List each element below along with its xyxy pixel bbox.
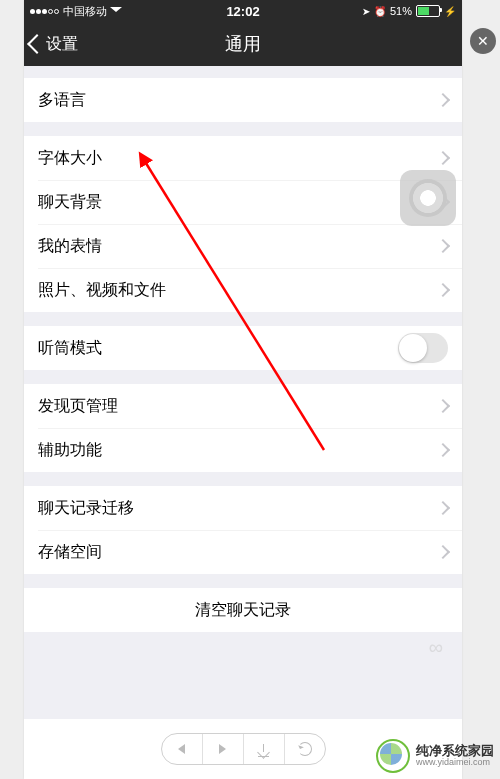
cell-earpiece-mode[interactable]: 听筒模式 [24, 326, 462, 370]
brand-name: 纯净系统家园 [416, 744, 494, 758]
battery-icon [416, 5, 440, 17]
nav-bar: 设置 通用 [24, 22, 462, 66]
group-clear: 清空聊天记录 [24, 588, 462, 632]
cell-label: 存储空间 [38, 542, 102, 563]
download-button[interactable] [243, 734, 284, 764]
cell-my-stickers[interactable]: 我的表情 [24, 224, 462, 268]
cell-clear-history[interactable]: 清空聊天记录 [24, 588, 462, 632]
group-display: 字体大小 聊天背景 我的表情 照片、视频和文件 [24, 136, 462, 312]
cell-label: 聊天背景 [38, 192, 102, 213]
close-icon: ✕ [477, 33, 489, 49]
page-title: 通用 [24, 32, 462, 56]
status-bar: 中国移动 12:02 ➤ ⏰ 51% ⚡ [24, 0, 462, 22]
assistive-touch-button[interactable] [400, 170, 456, 226]
chevron-right-icon [436, 443, 450, 457]
assistive-touch-icon [409, 179, 447, 217]
chevron-right-icon [436, 399, 450, 413]
chevron-right-icon [436, 283, 450, 297]
group-language: 多语言 [24, 78, 462, 122]
cell-accessibility[interactable]: 辅助功能 [24, 428, 462, 472]
cell-label: 发现页管理 [38, 396, 118, 417]
chevron-left-icon [178, 744, 185, 754]
group-earpiece: 听筒模式 [24, 326, 462, 370]
refresh-button[interactable] [284, 734, 325, 764]
cell-font-size[interactable]: 字体大小 [24, 136, 462, 180]
cell-label: 聊天记录迁移 [38, 498, 134, 519]
cell-label: 多语言 [38, 90, 86, 111]
group-storage: 聊天记录迁移 存储空间 [24, 486, 462, 574]
watermark-icon: ∞ [429, 636, 444, 659]
cell-chat-migrate[interactable]: 聊天记录迁移 [24, 486, 462, 530]
chevron-right-icon [219, 744, 226, 754]
cell-label: 照片、视频和文件 [38, 280, 166, 301]
download-icon [258, 744, 269, 755]
chevron-right-icon [436, 151, 450, 165]
phone-screen: 中国移动 12:02 ➤ ⏰ 51% ⚡ 设置 通用 多语言 [24, 0, 462, 719]
screenshot-frame: 中国移动 12:02 ➤ ⏰ 51% ⚡ 设置 通用 多语言 [24, 0, 462, 779]
group-features: 发现页管理 辅助功能 [24, 384, 462, 472]
cell-storage[interactable]: 存储空间 [24, 530, 462, 574]
prev-button[interactable] [162, 734, 202, 764]
brand-watermark: 纯净系统家园 www.yidaimei.com [376, 739, 494, 773]
cell-discover-manage[interactable]: 发现页管理 [24, 384, 462, 428]
chevron-right-icon [436, 239, 450, 253]
cell-language[interactable]: 多语言 [24, 78, 462, 122]
refresh-icon [298, 742, 312, 756]
brand-logo-icon [376, 739, 410, 773]
cell-label: 我的表情 [38, 236, 102, 257]
cell-chat-background[interactable]: 聊天背景 [24, 180, 462, 224]
chevron-right-icon [436, 545, 450, 559]
cell-label: 辅助功能 [38, 440, 102, 461]
close-overlay-button[interactable]: ✕ [470, 28, 496, 54]
brand-url: www.yidaimei.com [416, 758, 494, 768]
earpiece-toggle[interactable] [398, 333, 448, 363]
cell-photos-videos-files[interactable]: 照片、视频和文件 [24, 268, 462, 312]
toolbar-pill [161, 733, 326, 765]
status-time: 12:02 [24, 4, 462, 19]
cell-label: 清空聊天记录 [195, 600, 291, 621]
cell-label: 听筒模式 [38, 338, 102, 359]
cell-label: 字体大小 [38, 148, 102, 169]
next-button[interactable] [202, 734, 243, 764]
chevron-right-icon [436, 93, 450, 107]
chevron-right-icon [436, 501, 450, 515]
